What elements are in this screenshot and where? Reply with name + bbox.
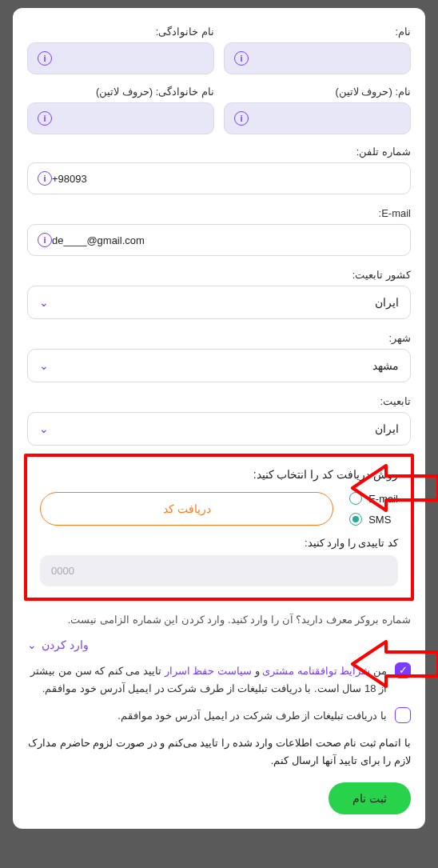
first-name-latin-label: نام: (حروف لاتین) (224, 86, 411, 98)
nationality-select[interactable]: ایران ⌄ (27, 412, 411, 446)
code-section-highlight: روش دریافت کد را انتخاب کنید: E-mail SMS… (24, 454, 414, 601)
city-label: شهر: (27, 332, 411, 344)
last-name-input[interactable]: i (27, 42, 214, 74)
info-icon[interactable]: i (38, 111, 52, 126)
info-icon[interactable]: i (234, 51, 249, 66)
radio-email[interactable]: E-mail (349, 492, 398, 505)
city-select[interactable]: مشهد ⌄ (27, 349, 411, 382)
chevron-down-icon: ⌄ (39, 296, 49, 309)
last-name-latin-label: نام خانوادگی: (حروف لاتین) (27, 86, 214, 98)
info-icon[interactable]: i (38, 51, 52, 66)
country-label: کشور تابعیت: (27, 269, 411, 281)
nationality-label: تابعیت: (27, 395, 411, 407)
first-name-label: نام: (224, 26, 411, 38)
last-name-label: نام خانوادگی: (27, 26, 214, 38)
country-select[interactable]: ایران ⌄ (27, 286, 411, 319)
terms-link[interactable]: شرایط توافقنامه مشتری (262, 665, 370, 677)
radio-icon (349, 492, 362, 505)
info-icon[interactable]: i (234, 111, 249, 126)
terms-checkbox[interactable]: ✓ (395, 662, 411, 678)
radio-sms[interactable]: SMS (349, 513, 391, 526)
referral-toggle[interactable]: وارد کردن ⌄ (27, 638, 411, 651)
registration-form: نام: i نام خانوادگی: i نام: (حروف لاتین)… (13, 8, 425, 829)
first-name-input[interactable]: i (224, 42, 411, 74)
code-method-radio-group: E-mail SMS (349, 492, 398, 526)
referral-note: شماره بروکر معرف دارید؟ آن را وارد کنید.… (27, 612, 411, 629)
code-method-title: روش دریافت کد را انتخاب کنید: (40, 468, 398, 481)
final-note: با اتمام ثبت نام صحت اطلاعات وارد شده را… (27, 734, 411, 770)
chevron-down-icon: ⌄ (39, 422, 49, 435)
confirm-code-label: کد تاییدی را وارد کنید: (40, 537, 398, 549)
phone-label: شماره تلفن: (27, 146, 411, 158)
get-code-button[interactable]: دریافت کد (40, 492, 333, 526)
ads-checkbox[interactable] (395, 707, 411, 723)
ads-text: با دریافت تبلیغات از طرف شرکت در ایمیل آ… (117, 707, 387, 725)
chevron-down-icon: ⌄ (39, 359, 49, 372)
ads-checkbox-row: با دریافت تبلیغات از طرف شرکت در ایمیل آ… (27, 707, 411, 725)
first-name-latin-input[interactable]: i (224, 102, 411, 134)
terms-checkbox-row: ✓ من شرایط توافقنامه مشتری و سیاست حفظ ا… (27, 662, 411, 698)
last-name-latin-input[interactable]: i (27, 102, 214, 134)
info-icon[interactable]: i (38, 171, 52, 186)
phone-input[interactable]: +98093 i (27, 162, 411, 194)
info-icon[interactable]: i (38, 233, 52, 247)
email-input[interactable]: de____@gmail.com i (27, 224, 411, 256)
privacy-link[interactable]: سیاست حفظ اسرار (165, 665, 252, 677)
terms-text: من شرایط توافقنامه مشتری و سیاست حفظ اسر… (27, 662, 387, 698)
chevron-down-icon: ⌄ (27, 638, 37, 651)
confirm-code-input[interactable]: 0000 (40, 555, 398, 586)
submit-button[interactable]: ثبت نام (328, 782, 411, 814)
email-label: E-mail: (27, 207, 411, 219)
radio-icon (349, 513, 362, 526)
